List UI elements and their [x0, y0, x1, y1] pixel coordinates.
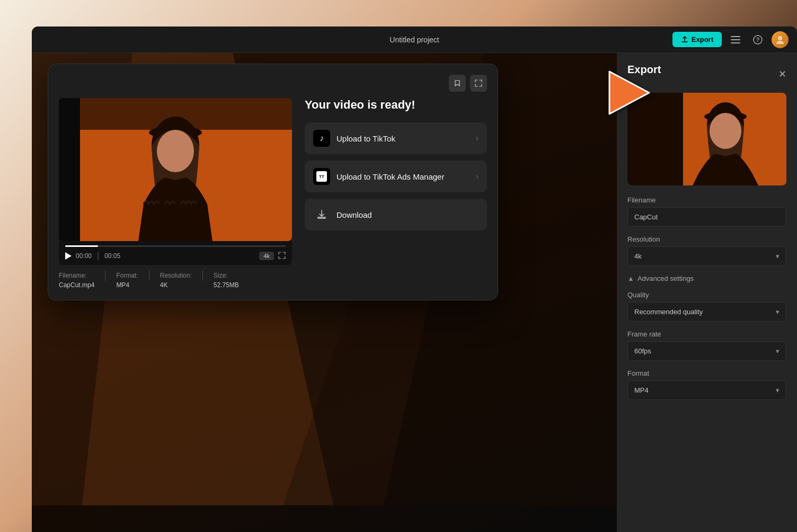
export-dialog: 00:00 | 00:05 4k [48, 64, 498, 300]
tiktok-ads-icon: TT [313, 168, 330, 185]
tiktok-icon: ♪ [313, 130, 330, 147]
upload-tiktok-ads-button[interactable]: TT Upload to TikTok Ads Manager › [305, 161, 487, 192]
advanced-settings-label: Advanced settings [637, 274, 694, 282]
format-chevron-icon: ▾ [776, 386, 780, 394]
meta-filename: Filename: CapCut.mp4 [59, 270, 94, 289]
play-icon [65, 252, 72, 260]
export-button[interactable]: Export [672, 32, 722, 47]
size-label: Size: [214, 272, 228, 279]
export-panel-header: Export ✕ [627, 64, 786, 84]
app-window: Untitled project Export ? [32, 26, 797, 532]
frame-rate-chevron-icon: ▾ [776, 347, 780, 355]
progress-bar[interactable] [65, 245, 286, 247]
tiktok-ads-label: Upload to TikTok Ads Manager [336, 172, 444, 181]
quality-chevron-icon: ▾ [776, 308, 780, 316]
svg-rect-2 [731, 42, 740, 43]
meta-divider-3 [202, 270, 203, 281]
download-svg-icon [316, 209, 327, 220]
play-button[interactable] [65, 252, 72, 260]
frame-rate-field-label: Frame rate [627, 330, 786, 338]
video-frame-svg [59, 98, 292, 241]
svg-text:?: ? [756, 37, 759, 43]
help-button[interactable]: ? [749, 31, 766, 48]
total-time: 00:05 [104, 252, 120, 260]
share-panel: Your video is ready! ♪ Upload to TikTok … [305, 98, 487, 289]
fullscreen-video-icon [278, 252, 286, 259]
help-icon: ? [753, 35, 763, 45]
download-button[interactable]: Download [305, 199, 487, 230]
export-label: Export [692, 36, 713, 43]
filename-value: CapCut.mp4 [59, 281, 94, 289]
project-title: Untitled project [389, 36, 439, 44]
svg-rect-1 [731, 39, 740, 40]
export-preview-thumbnail [627, 93, 786, 185]
controls-row: 00:00 | 00:05 4k [65, 251, 286, 261]
video-player: 00:00 | 00:05 4k [59, 98, 292, 289]
resolution-select-value: 4k [634, 252, 642, 260]
thumb-image [627, 93, 786, 185]
export-panel-close-button[interactable]: ✕ [778, 68, 786, 80]
resolution-label: Resolution: [160, 272, 192, 279]
quality-select[interactable]: Recommended quality ▾ [627, 302, 786, 322]
user-avatar-button[interactable] [772, 31, 789, 48]
meta-resolution: Resolution: 4K [160, 270, 192, 289]
filename-input[interactable] [627, 207, 786, 227]
resolution-chevron-icon: ▾ [776, 252, 780, 260]
bookmark-button[interactable] [449, 75, 466, 92]
format-value: MP4 [116, 281, 129, 289]
export-upload-icon [681, 36, 688, 43]
download-icon [313, 206, 330, 223]
fullscreen-icon [475, 79, 482, 87]
export-side-panel: Export ✕ [617, 53, 797, 532]
current-time: 00:00 [76, 252, 92, 260]
video-preview [59, 98, 292, 241]
tiktok-option-left: ♪ Upload to TikTok [313, 130, 395, 147]
resolution-value: 4K [160, 281, 168, 289]
meta-size: Size: 52.75MB [214, 270, 239, 289]
menu-icon [731, 36, 740, 43]
upload-tiktok-button[interactable]: ♪ Upload to TikTok › [305, 122, 487, 154]
video-meta: Filename: CapCut.mp4 Format: MP4 Resolut… [59, 270, 292, 289]
tiktok-chevron-icon: › [476, 134, 479, 143]
fullscreen-button[interactable] [278, 252, 286, 261]
fullscreen-dialog-button[interactable] [470, 75, 487, 92]
avatar-icon [775, 35, 785, 45]
tiktok-label: Upload to TikTok [336, 134, 395, 143]
export-panel-title: Export [627, 64, 661, 76]
tiktok-ads-chevron-icon: › [476, 172, 479, 181]
resolution-select[interactable]: 4k ▾ [627, 246, 786, 266]
advanced-settings-toggle[interactable]: ▲ Advanced settings [627, 274, 694, 282]
dialog-toolbar [59, 75, 487, 92]
svg-rect-18 [627, 93, 683, 185]
svg-marker-16 [65, 252, 72, 260]
thumb-svg [627, 93, 786, 185]
top-bar-actions: Export ? [672, 31, 789, 48]
meta-divider-2 [149, 270, 149, 281]
svg-rect-0 [731, 36, 740, 37]
frame-rate-select-value: 60fps [634, 347, 651, 355]
meta-divider-1 [105, 270, 105, 281]
time-separator: | [97, 251, 99, 261]
top-bar: Untitled project Export ? [32, 26, 797, 53]
format-select[interactable]: MP4 ▾ [627, 380, 786, 400]
meta-format: Format: MP4 [116, 270, 138, 289]
size-value: 52.75MB [214, 281, 239, 289]
quality-badge[interactable]: 4k [259, 252, 274, 260]
svg-point-22 [710, 113, 741, 149]
filename-label: Filename: [59, 272, 87, 279]
editor-area: 00:00 | 00:05 4k [32, 53, 617, 532]
progress-fill [65, 245, 98, 247]
video-ready-title: Your video is ready! [305, 98, 487, 112]
frame-rate-select[interactable]: 60fps ▾ [627, 341, 786, 361]
quality-field-label: Quality [627, 291, 786, 299]
resolution-field-label: Resolution [627, 235, 786, 243]
video-controls: 00:00 | 00:05 4k [59, 241, 292, 265]
format-label: Format: [116, 272, 138, 279]
chevron-up-icon: ▲ [627, 274, 634, 282]
svg-point-5 [778, 36, 782, 40]
filename-field-label: Filename [627, 196, 786, 204]
format-field-label: Format [627, 369, 786, 377]
main-content: 00:00 | 00:05 4k [32, 53, 797, 532]
download-option-left: Download [313, 206, 372, 223]
menu-icon-button[interactable] [727, 31, 744, 48]
